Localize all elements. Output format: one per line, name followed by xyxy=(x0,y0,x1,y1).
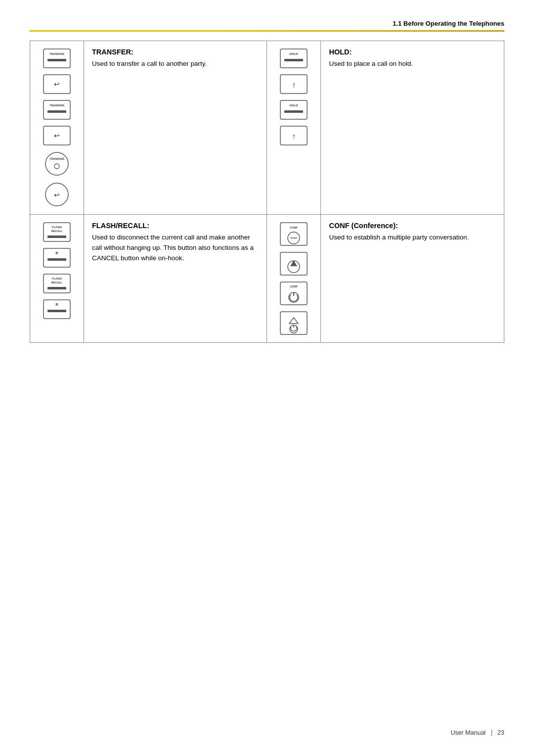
conf-description-cell: CONF (Conference): Used to establish a m… xyxy=(321,215,504,343)
conf-btn-1: CONF xyxy=(279,222,308,246)
svg-text:RECALL: RECALL xyxy=(51,230,63,233)
svg-text:↩: ↩ xyxy=(54,191,60,199)
header-divider xyxy=(30,30,504,32)
svg-rect-0 xyxy=(44,49,70,68)
hold-description-cell: HOLD: Used to place a call on hold. xyxy=(321,41,504,215)
footer-divider xyxy=(491,730,492,736)
svg-text:TRANSFER: TRANSFER xyxy=(49,157,64,160)
transfer-title: TRANSFER: xyxy=(92,48,259,56)
svg-text:HOLD: HOLD xyxy=(290,52,299,55)
svg-rect-17 xyxy=(284,59,303,61)
svg-point-12 xyxy=(54,164,59,169)
svg-text:↩: ↩ xyxy=(54,80,60,88)
svg-rect-7 xyxy=(47,110,66,113)
conf-icons-col: CONF xyxy=(275,222,312,335)
transfer-icons-cell: TRANSFER ↩ xyxy=(30,41,84,215)
transfer-text: Used to transfer a call to another party… xyxy=(92,59,259,69)
svg-text:R: R xyxy=(55,251,58,255)
conf-btn-2 xyxy=(279,251,308,276)
svg-text:FLASH/: FLASH/ xyxy=(52,277,62,280)
hold-icons-col: HOLD ↑ xyxy=(275,48,312,146)
conf-icons-cell: CONF xyxy=(267,215,321,343)
conf-title: CONF (Conference): xyxy=(329,222,496,230)
hold-btn-1: HOLD xyxy=(279,48,308,69)
table-row-1: TRANSFER ↩ xyxy=(30,41,504,215)
svg-text:CONF: CONF xyxy=(290,285,298,288)
hold-btn-2: ↑ xyxy=(279,74,308,94)
flash-btn-4: R xyxy=(43,299,71,320)
transfer-icons-col: TRANSFER ↩ xyxy=(38,48,76,207)
svg-text:HOLD: HOLD xyxy=(290,104,299,107)
svg-rect-22 xyxy=(284,110,303,113)
main-table: TRANSFER ↩ xyxy=(30,41,504,343)
transfer-description-cell: TRANSFER: Used to transfer a call to ano… xyxy=(84,41,267,215)
flash-btn-1: FLASH/ RECALL xyxy=(43,222,71,242)
svg-text:CONF: CONF xyxy=(290,226,298,229)
svg-text:↑: ↑ xyxy=(292,132,296,141)
conf-text: Used to establish a multiple party conve… xyxy=(329,233,496,243)
hold-btn-4: ↑ xyxy=(279,125,308,146)
svg-text:R: R xyxy=(55,303,58,306)
hold-text: Used to place a call on hold. xyxy=(329,59,496,69)
flash-text: Used to disconnect the current call and … xyxy=(92,233,259,264)
hold-btn-3: HOLD xyxy=(279,99,308,120)
svg-rect-2 xyxy=(47,59,66,61)
conf-btn-4 xyxy=(279,311,308,335)
flash-icons-cell: FLASH/ RECALL R xyxy=(30,215,84,343)
svg-text:TRANSFER: TRANSFER xyxy=(49,52,64,55)
svg-rect-15 xyxy=(280,49,307,68)
page-header: 1.1 Before Operating the Telephones xyxy=(30,20,504,27)
transfer-btn-4: ↩ xyxy=(43,125,71,146)
svg-text:RECALL: RECALL xyxy=(51,281,63,284)
svg-text:TRANSFER: TRANSFER xyxy=(49,104,64,107)
svg-rect-38 xyxy=(47,310,66,312)
footer-page: 23 xyxy=(497,729,504,736)
table-row-2: FLASH/ RECALL R xyxy=(30,215,504,343)
svg-rect-31 xyxy=(47,258,66,261)
flash-title: FLASH/RECALL: xyxy=(92,222,259,230)
hold-icons-cell: HOLD ↑ xyxy=(267,41,321,215)
transfer-btn-6: ↩ xyxy=(44,182,70,207)
hold-title: HOLD: xyxy=(329,48,496,56)
svg-rect-20 xyxy=(280,100,307,119)
flash-icons-col: FLASH/ RECALL R xyxy=(38,222,76,320)
flash-btn-2: R xyxy=(43,247,71,268)
svg-text:FLASH/: FLASH/ xyxy=(52,226,62,229)
transfer-btn-3: TRANSFER xyxy=(43,99,71,120)
flash-btn-3: FLASH/ RECALL xyxy=(43,273,71,294)
svg-rect-5 xyxy=(44,100,70,119)
conf-btn-3: CONF xyxy=(279,281,308,306)
flash-description-cell: FLASH/RECALL: Used to disconnect the cur… xyxy=(84,215,267,343)
transfer-btn-1: TRANSFER xyxy=(43,48,71,69)
footer: User Manual 23 xyxy=(450,729,504,736)
footer-label: User Manual xyxy=(450,729,486,736)
svg-rect-35 xyxy=(47,287,66,289)
header-section-title: 1.1 Before Operating the Telephones xyxy=(393,20,504,27)
transfer-btn-2: ↩ xyxy=(43,74,71,94)
svg-text:↩: ↩ xyxy=(54,132,60,140)
transfer-btn-5: TRANSFER xyxy=(44,151,70,177)
svg-text:↑: ↑ xyxy=(292,81,296,89)
svg-rect-28 xyxy=(47,236,66,238)
